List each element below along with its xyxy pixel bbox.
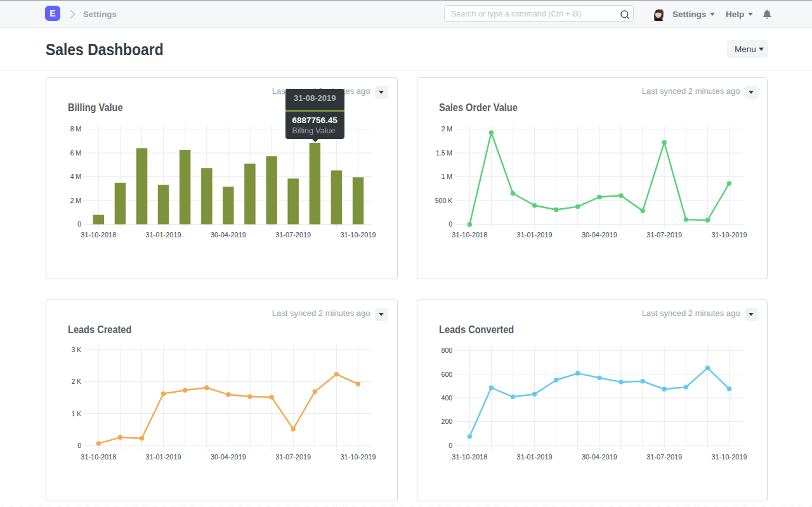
svg-text:31-07-2019: 31-07-2019 [646, 231, 682, 239]
svg-text:1.5 M: 1.5 M [436, 149, 452, 157]
svg-text:400: 400 [442, 394, 453, 402]
svg-text:31-10-2018: 31-10-2018 [452, 453, 487, 461]
svg-text:31-07-2019: 31-07-2019 [646, 453, 682, 461]
svg-text:30-04-2019: 30-04-2019 [582, 453, 617, 461]
svg-text:31-01-2019: 31-01-2019 [517, 453, 553, 461]
svg-text:31-10-2018: 31-10-2018 [452, 231, 487, 239]
svg-text:31-07-2019: 31-07-2019 [275, 453, 311, 461]
svg-text:0: 0 [449, 220, 452, 228]
svg-text:2 M: 2 M [442, 125, 452, 133]
svg-text:31-10-2019: 31-10-2019 [712, 453, 747, 461]
svg-text:600: 600 [442, 371, 453, 378]
svg-text:31-10-2018: 31-10-2018 [81, 453, 116, 461]
svg-text:30-04-2019: 30-04-2019 [211, 453, 246, 461]
svg-text:0: 0 [449, 442, 452, 449]
svg-text:30-04-2019: 30-04-2019 [211, 231, 246, 239]
svg-text:800: 800 [442, 346, 453, 354]
svg-text:31-07-2019: 31-07-2019 [275, 231, 311, 239]
svg-text:500 K: 500 K [435, 197, 452, 204]
svg-text:1 K: 1 K [71, 410, 81, 418]
svg-text:31-01-2019: 31-01-2019 [146, 453, 181, 461]
svg-text:6 M: 6 M [70, 149, 81, 157]
svg-text:31-10-2019: 31-10-2019 [341, 453, 376, 461]
svg-text:30-04-2019: 30-04-2019 [582, 231, 617, 239]
svg-text:31-10-2019: 31-10-2019 [341, 231, 376, 239]
svg-text:200: 200 [442, 418, 453, 425]
svg-text:8 M: 8 M [70, 125, 81, 133]
svg-text:2 M: 2 M [70, 197, 81, 204]
svg-text:1 M: 1 M [442, 173, 452, 180]
svg-text:31-10-2018: 31-10-2018 [81, 231, 116, 239]
svg-text:31-01-2019: 31-01-2019 [517, 231, 553, 239]
svg-text:2 K: 2 K [71, 378, 81, 385]
svg-text:4 M: 4 M [70, 173, 81, 180]
svg-text:0: 0 [77, 220, 81, 228]
svg-text:3 K: 3 K [71, 346, 81, 353]
svg-text:31-01-2019: 31-01-2019 [146, 231, 181, 239]
svg-text:31-10-2019: 31-10-2019 [712, 231, 747, 239]
svg-text:0: 0 [77, 442, 81, 449]
